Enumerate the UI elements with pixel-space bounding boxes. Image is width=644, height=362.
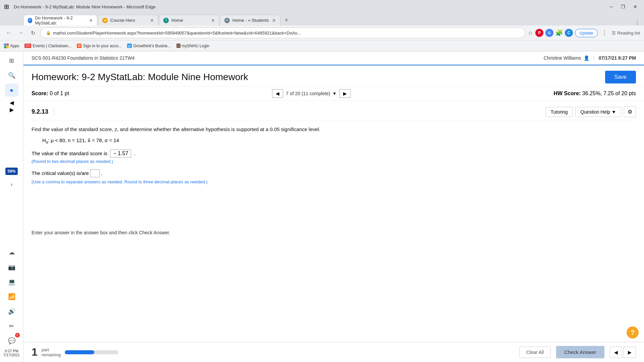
problem-text: Find the value of the standard score, z,… (32, 126, 636, 133)
course-header: SCS-501-R4230 Foundations in Statistics … (23, 51, 644, 65)
tab-close-coursehero[interactable]: ✕ (150, 18, 154, 23)
update-button[interactable]: Update (575, 29, 598, 37)
critical-value-input[interactable] (90, 169, 100, 177)
tab-close-home[interactable]: ✕ (211, 18, 215, 23)
extensions-button[interactable]: 🧩 (555, 29, 563, 37)
browser-settings-button[interactable]: ⋮ (600, 28, 609, 38)
bottom-instruction: Enter your answer in the answer box and … (32, 190, 636, 241)
sidebar-laptop-icon[interactable]: 💻 (5, 275, 18, 289)
bookmark-apps[interactable]: Apps (4, 44, 19, 48)
homework-header: Homework: 9-2 MyStatLab: Module Nine Hom… (23, 65, 644, 86)
hypothesis-text: Ha: μ < 80, n = 121, x̄ = 78, σ = 14 (42, 137, 636, 144)
critical-pre-text: The critical value(s) is/are (32, 170, 89, 176)
sidebar-active-icon[interactable]: ● (5, 83, 18, 97)
minimize-button[interactable]: ─ (607, 4, 615, 9)
help-icon[interactable]: ? (627, 326, 639, 339)
new-tab-button[interactable]: + (281, 15, 292, 25)
user-profile-icon[interactable]: 👤 (584, 55, 589, 61)
prev-question-button[interactable]: ◀ (272, 89, 283, 98)
sidebar-chevron-right[interactable]: › (5, 178, 18, 191)
left-sidebar: ⊞ 🔍 ● ◀ ▶ 59% › ☁ 📷 💻 📶 🔊 ✏ 💬 5 9:27 P (0, 51, 23, 362)
answer-hint: (Round to two decimal places as needed.) (32, 159, 636, 164)
critical-hint: (Use a comma to separate answers as need… (32, 179, 636, 184)
title-bar-text: Do Homework - 9-2 MyStatLab: Module Nine… (14, 4, 156, 9)
score-value: 0 of 1 pt (50, 90, 69, 96)
standard-score-line: The value of the standard score is − 1.5… (32, 149, 636, 158)
sidebar-notification-icon[interactable]: 💬 5 (5, 334, 18, 348)
sidebar-expand-left[interactable]: ◀ (10, 100, 14, 106)
events-favicon: DV (24, 44, 31, 48)
pinterest-extension[interactable]: P (535, 29, 543, 37)
help-dropdown-arrow: ▼ (611, 109, 616, 115)
bottom-bar: 1 part remaining Clear All Check Answer … (23, 342, 644, 362)
hw-score-value: 36.25%, 7.25 of 20 pts (582, 90, 636, 96)
user-name: Christine Williams (544, 55, 581, 61)
bookmark-star-button[interactable]: ☆ (528, 30, 533, 36)
bottom-navigation: ◀ ▶ (610, 347, 636, 358)
progress-bar-fill (65, 350, 94, 354)
question-number: 9.2.13 (32, 108, 54, 115)
standard-score-value: − 1.57 (110, 149, 131, 158)
critical-value-line: The critical value(s) is/are . (32, 169, 636, 177)
address-bar[interactable]: 🔒 mathxl.com/Student/PlayerHomework.aspx… (40, 27, 525, 38)
growthink-favicon: gt (127, 44, 132, 48)
homework-title: Homework: 9-2 MyStatLab: Module Nine Hom… (32, 72, 248, 82)
sidebar-volume-icon[interactable]: 🔊 (5, 305, 18, 318)
forward-button[interactable]: → (16, 28, 25, 38)
part-number: 1 (32, 346, 38, 358)
progress-badge[interactable]: 59% (5, 168, 17, 175)
tab-favicon-home: S (163, 18, 169, 23)
tab-students[interactable]: H Home - » Students ✕ (220, 15, 280, 25)
tab-homework[interactable]: P Do Homework - 9-2 MyStatLab: ✕ (23, 15, 97, 25)
refresh-button[interactable]: ↻ (28, 28, 38, 38)
bottom-prev-button[interactable]: ◀ (610, 347, 622, 358)
sidebar-wifi-icon[interactable]: 📶 (5, 290, 18, 303)
reading-list-button[interactable]: ☰ Reading list (612, 31, 640, 36)
sidebar-time: 9:27 PM 7/17/2021 (3, 349, 20, 357)
course-user-info: Christine Williams 👤 | 07/17/21 8:27 PM (544, 55, 636, 61)
tab-close-students[interactable]: ✕ (272, 18, 276, 23)
question-help-button[interactable]: Question Help ▼ (575, 107, 621, 117)
tab-favicon-homework: P (28, 18, 32, 23)
sidebar-camera-icon[interactable]: 📷 (5, 260, 18, 274)
bottom-next-button[interactable]: ▶ (624, 347, 636, 358)
sidebar-cloud-icon[interactable]: ☁ (5, 246, 18, 259)
bookmark-growthink[interactable]: gt Growthink's Busine... (127, 44, 171, 48)
sidebar-home-icon[interactable]: ⊞ (5, 54, 18, 67)
part-label-block: part remaining (42, 347, 61, 357)
save-button[interactable]: Save (605, 71, 636, 83)
question-dropdown[interactable]: ▼ (332, 91, 337, 96)
tab-home[interactable]: S Home ✕ (159, 15, 219, 25)
browser-menu-icon[interactable]: ⋮ (635, 19, 640, 25)
bookmark-events[interactable]: DV Events | Clarkstown... (24, 44, 71, 48)
tab-close-homework[interactable]: ✕ (89, 18, 93, 23)
lock-icon: 🔒 (46, 31, 51, 35)
mysnhu-favicon: □ (176, 44, 180, 48)
apps-grid-icon (4, 44, 9, 48)
tab-title-coursehero: Course Hero (110, 18, 135, 23)
sidebar-pen-icon[interactable]: ✏ (5, 319, 18, 333)
check-answer-button[interactable]: Check Answer (556, 346, 604, 358)
next-question-button[interactable]: ▶ (339, 89, 351, 98)
remaining-label: remaining (42, 352, 61, 357)
google-extension[interactable]: G (545, 29, 553, 37)
progress-bar (65, 350, 118, 354)
sidebar-expand-right[interactable]: ▶ (10, 107, 14, 113)
profile-icon[interactable]: C (565, 29, 573, 37)
clear-all-button[interactable]: Clear All (519, 347, 551, 358)
score-label: Score: (32, 90, 50, 96)
url-text: mathxl.com/Student/PlayerHomework.aspx?h… (53, 31, 301, 36)
notification-badge: 5 (15, 333, 20, 338)
back-button[interactable]: ← (4, 28, 13, 38)
maximize-button[interactable]: ❐ (618, 4, 628, 9)
answer-post-text: . (134, 150, 136, 156)
bookmark-mysnhu[interactable]: □ mySNHU Login (176, 44, 210, 48)
score-display: Score: 0 of 1 pt (32, 90, 69, 97)
tab-title-homework: Do Homework - 9-2 MyStatLab: (35, 15, 86, 25)
sidebar-search-icon[interactable]: 🔍 (5, 69, 18, 82)
tab-coursehero[interactable]: ★ Course Hero ✕ (98, 15, 158, 25)
settings-button[interactable]: ⚙ (624, 106, 636, 117)
bookmark-signin[interactable]: M Sign in to your acco... (77, 44, 122, 48)
close-button[interactable]: ✕ (631, 4, 640, 9)
tutoring-button[interactable]: Tutoring (546, 107, 573, 117)
